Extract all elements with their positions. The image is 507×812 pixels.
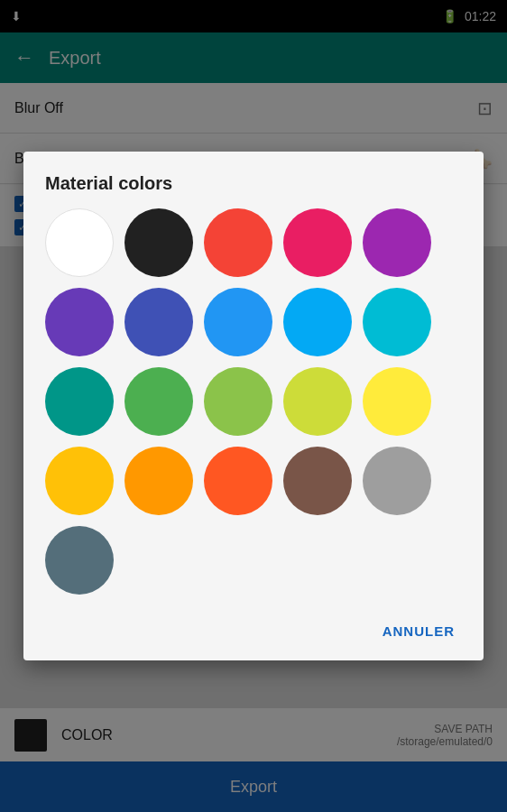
material-colors-dialog: Material colors ANNULER: [23, 152, 484, 660]
color-circle-2-2[interactable]: [204, 367, 272, 436]
color-row-3: [45, 447, 462, 515]
color-circle-1-1[interactable]: [124, 288, 193, 356]
color-circle-1-2[interactable]: [204, 288, 272, 356]
color-circle-3-3[interactable]: [283, 447, 352, 515]
color-grid: [23, 208, 484, 609]
color-circle-3-2[interactable]: [204, 447, 272, 515]
color-circle-0-2[interactable]: [204, 208, 272, 277]
color-row-4: [45, 526, 462, 595]
color-circle-4-0[interactable]: [45, 526, 114, 595]
color-circle-0-0[interactable]: [45, 208, 114, 277]
color-circle-2-3[interactable]: [283, 367, 352, 436]
color-circle-2-4[interactable]: [363, 367, 431, 436]
color-circle-3-4[interactable]: [363, 447, 431, 515]
modal-overlay: Material colors ANNULER: [0, 0, 507, 812]
color-circle-0-1[interactable]: [124, 208, 193, 277]
cancel-button[interactable]: ANNULER: [368, 616, 469, 646]
color-circle-3-1[interactable]: [124, 447, 193, 515]
color-circle-2-1[interactable]: [124, 367, 193, 436]
color-circle-1-0[interactable]: [45, 288, 114, 356]
color-circle-0-4[interactable]: [363, 208, 431, 277]
color-circle-1-3[interactable]: [283, 288, 352, 356]
color-circle-0-3[interactable]: [283, 208, 352, 277]
color-row-1: [45, 288, 462, 356]
color-circle-1-4[interactable]: [363, 288, 431, 356]
dialog-actions: ANNULER: [23, 609, 484, 660]
color-row-0: [45, 208, 462, 277]
dialog-title: Material colors: [23, 152, 484, 208]
color-circle-3-0[interactable]: [45, 447, 114, 515]
color-circle-2-0[interactable]: [45, 367, 114, 436]
color-row-2: [45, 367, 462, 436]
